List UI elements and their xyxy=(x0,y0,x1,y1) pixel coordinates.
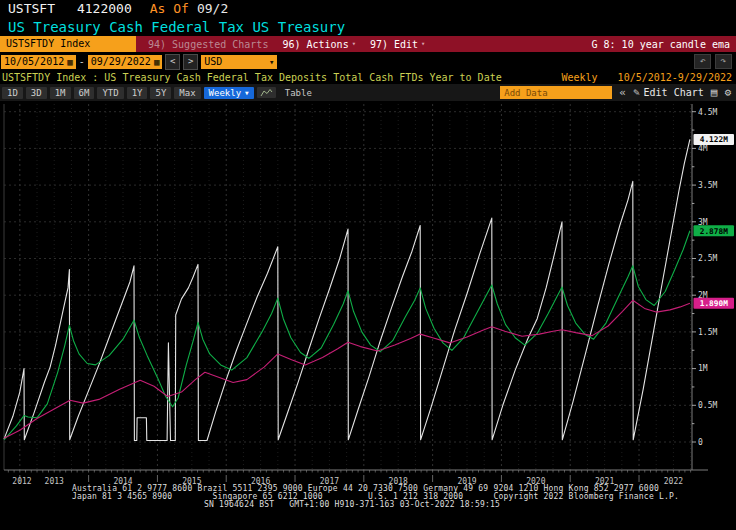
last-value-badge-ema_slow: 1.890M xyxy=(694,298,735,309)
svg-text:1M: 1M xyxy=(698,364,708,373)
svg-text:2022: 2022 xyxy=(664,477,683,486)
chevron-down-icon: ▾ xyxy=(352,40,356,48)
chart-type-button[interactable] xyxy=(257,87,276,98)
period-button-1m[interactable]: 1M xyxy=(50,87,71,99)
period-button-1y[interactable]: 1Y xyxy=(127,87,148,99)
frequency-label: Weekly xyxy=(561,72,597,83)
chevron-down-icon: ▾ xyxy=(269,55,274,69)
edit-chart-button[interactable]: ✎ Edit Chart xyxy=(633,86,704,99)
ticker-symbol: USTSFT xyxy=(8,1,55,16)
start-date-value: 10/05/2012 xyxy=(4,55,64,69)
date-range-label: 10/5/2012-9/29/2022 xyxy=(618,72,732,83)
suggested-charts-button[interactable]: 94) Suggested Charts xyxy=(148,39,268,50)
chevron-down-icon: ▼ xyxy=(245,89,249,96)
undo-redo-group: ↶ ↷ xyxy=(694,54,736,69)
period-buttons: 1D3D1M6MYTD1Y5YMax xyxy=(2,87,201,99)
currency-select[interactable]: USD ▾ xyxy=(201,55,277,69)
end-date-field[interactable]: 09/29/2022 ▦ xyxy=(88,55,163,69)
period-button-ytd[interactable]: YTD xyxy=(97,87,123,99)
add-data-input[interactable] xyxy=(500,86,612,99)
svg-text:2013: 2013 xyxy=(45,477,64,486)
security-description: US Treasury Cash Federal Tax US Treasury xyxy=(0,17,736,36)
period-button-max[interactable]: Max xyxy=(174,87,200,99)
frequency-value: Weekly xyxy=(209,88,242,98)
annotate-icon[interactable]: ▤ xyxy=(711,86,718,99)
last-value-badge-ftd_ytd_total: 4.122M xyxy=(694,134,735,145)
security-chip[interactable]: USTSFTDY Index xyxy=(0,36,136,52)
start-date-field[interactable]: 10/05/2012 ▦ xyxy=(1,55,76,69)
svg-text:3.5M: 3.5M xyxy=(698,181,717,190)
edit-label: 97) Edit xyxy=(370,39,418,50)
table-button[interactable]: Table xyxy=(285,88,312,98)
period-button-6m[interactable]: 6M xyxy=(74,87,95,99)
calendar-icon: ▦ xyxy=(154,55,159,69)
bloomberg-terminal: { "terminal": { "line1": {"ticker":"USTS… xyxy=(0,0,736,530)
chart-toolbar: 1D3D1M6MYTD1Y5YMax Weekly ▼ Table « ✎ Ed… xyxy=(0,84,736,101)
ticker-value: 4122000 xyxy=(77,1,132,16)
footer-session-line: SN 1964624 BST GMT+1:00 H910-371-163 03-… xyxy=(204,500,500,509)
chart-axes xyxy=(4,104,708,482)
actions-label: 96) Actions xyxy=(282,39,348,50)
svg-text:0: 0 xyxy=(698,438,703,447)
chart-slot-title: G 8: 10 year candle ema xyxy=(592,39,736,50)
gear-icon[interactable]: ⚙ xyxy=(724,86,731,99)
period-back-button[interactable]: < xyxy=(165,54,180,70)
redo-icon[interactable]: ↷ xyxy=(715,54,732,69)
price-chart: 2012201320142015201620172018201920202021… xyxy=(0,101,736,501)
period-forward-button[interactable]: > xyxy=(183,54,198,70)
svg-text:4M: 4M xyxy=(698,144,708,153)
period-button-5y[interactable]: 5Y xyxy=(150,87,171,99)
line-chart-icon xyxy=(260,88,273,97)
svg-text:4.5M: 4.5M xyxy=(698,108,717,117)
collapse-panel-icon[interactable]: « xyxy=(619,86,626,99)
svg-text:4.122M: 4.122M xyxy=(700,135,728,144)
actions-menu-button[interactable]: 96) Actions ▾ xyxy=(282,39,355,50)
date-separator: - xyxy=(79,56,85,67)
svg-text:3M: 3M xyxy=(698,218,708,227)
chevron-down-icon: ▾ xyxy=(421,40,425,48)
edit-menu-button[interactable]: 97) Edit ▾ xyxy=(370,39,425,50)
svg-text:2.5M: 2.5M xyxy=(698,254,717,263)
svg-text:2.878M: 2.878M xyxy=(700,227,728,236)
svg-text:1.5M: 1.5M xyxy=(698,328,717,337)
as-of-date: 09/2 xyxy=(197,1,228,16)
period-button-3d[interactable]: 3D xyxy=(26,87,47,99)
edit-chart-label: Edit Chart xyxy=(644,87,704,98)
frequency-dropdown[interactable]: Weekly ▼ xyxy=(204,87,254,99)
calendar-icon: ▦ xyxy=(67,55,72,69)
y-axis-labels: 00.5M1M1.5M2M2.5M3M3.5M4M4.5M xyxy=(692,108,717,447)
end-date-value: 09/29/2022 xyxy=(91,55,151,69)
chart-title: USTSFTDY Index : US Treasury Cash Federa… xyxy=(2,72,502,83)
currency-value: USD xyxy=(204,55,222,69)
chart-title-row: USTSFTDY Index : US Treasury Cash Federa… xyxy=(0,70,736,84)
pencil-icon: ✎ xyxy=(633,86,640,99)
command-bar: USTSFTDY Index 94) Suggested Charts 96) … xyxy=(0,36,736,52)
last-value-badge-ema_fast: 2.878M xyxy=(694,225,735,236)
as-of-label: As Of xyxy=(150,1,189,16)
svg-text:2012: 2012 xyxy=(12,477,31,486)
header-line1: USTSFT 4122000 As Of 09/2 xyxy=(0,0,736,17)
undo-icon[interactable]: ↶ xyxy=(694,54,711,69)
svg-text:1.890M: 1.890M xyxy=(700,299,728,308)
period-button-1d[interactable]: 1D xyxy=(2,87,23,99)
date-range-bar: 10/05/2012 ▦ - 09/29/2022 ▦ < > USD ▾ ↶ … xyxy=(0,53,736,70)
svg-text:0.5M: 0.5M xyxy=(698,401,717,410)
